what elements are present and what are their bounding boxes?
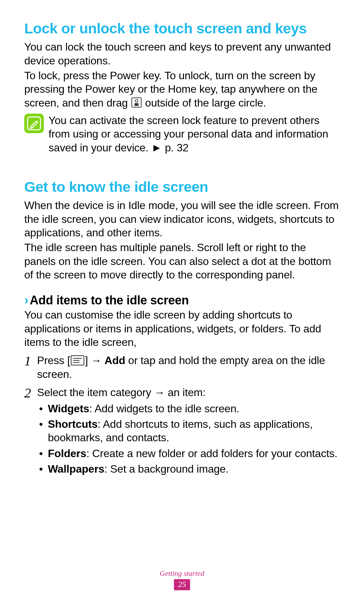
- shortcuts-label: Shortcuts: [48, 418, 98, 430]
- add-items-intro: You can customise the idle screen by add…: [24, 308, 340, 349]
- widgets-label: Widgets: [48, 402, 89, 415]
- step-2-number: 2: [24, 386, 37, 400]
- subheading-text: Add items to the idle screen: [30, 293, 189, 307]
- idle-panels-paragraph: The idle screen has multiple panels. Scr…: [24, 241, 340, 281]
- step-1: 1 Press [] → Add or tap and hold the emp…: [24, 354, 340, 381]
- page-number: 25: [174, 579, 190, 590]
- bullet-folders: Folders: Create a new folder or add fold…: [48, 447, 340, 460]
- step-1-body: Press [] → Add or tap and hold the empty…: [37, 354, 340, 381]
- step-2-body: Select the item category → an item:: [37, 386, 206, 400]
- lock-screen-drag-icon: [131, 97, 142, 108]
- bullet-wallpapers: Wallpapers: Set a background image.: [48, 462, 340, 476]
- page-footer: Getting started 25: [0, 569, 364, 590]
- step-1-text-a: Press [: [37, 354, 70, 366]
- item-category-list: Widgets: Add widgets to the idle screen.…: [24, 402, 340, 476]
- lock-instructions-paragraph: To lock, press the Power key. To unlock,…: [24, 69, 340, 110]
- cross-reference-link[interactable]: ► p. 32: [151, 142, 188, 154]
- bullet-shortcuts: Shortcuts: Add shortcuts to items, such …: [48, 417, 340, 445]
- wallpapers-text: : Set a background image.: [104, 463, 229, 475]
- heading-idle-screen: Get to know the idle screen: [24, 179, 340, 195]
- step-1-number: 1: [24, 354, 37, 381]
- footer-section-name: Getting started: [0, 569, 364, 578]
- heading-lock-unlock: Lock or unlock the touch screen and keys: [24, 20, 340, 37]
- lock-intro-paragraph: You can lock the touch screen and keys t…: [24, 40, 340, 67]
- chevron-icon: ›: [24, 293, 28, 307]
- lock-instructions-text-b: outside of the large circle.: [145, 97, 266, 109]
- folders-text: : Create a new folder or add folders for…: [86, 447, 337, 459]
- step-1-add-label: Add: [104, 354, 125, 366]
- bullet-widgets: Widgets: Add widgets to the idle screen.: [48, 402, 340, 415]
- subheading-add-items: ›Add items to the idle screen: [24, 293, 340, 307]
- menu-key-icon: [71, 355, 84, 365]
- note-block: You can activate the screen lock feature…: [24, 114, 340, 154]
- note-pencil-icon: [24, 114, 44, 133]
- folders-label: Folders: [48, 447, 86, 459]
- idle-intro-paragraph: When the device is in Idle mode, you wil…: [24, 199, 340, 239]
- step-2: 2 Select the item category → an item:: [24, 386, 340, 400]
- widgets-text: : Add widgets to the idle screen.: [89, 402, 239, 415]
- manual-page: Lock or unlock the touch screen and keys…: [0, 0, 364, 476]
- note-text: You can activate the screen lock feature…: [49, 114, 340, 154]
- step-1-text-b: ] →: [85, 354, 104, 366]
- wallpapers-label: Wallpapers: [48, 463, 104, 475]
